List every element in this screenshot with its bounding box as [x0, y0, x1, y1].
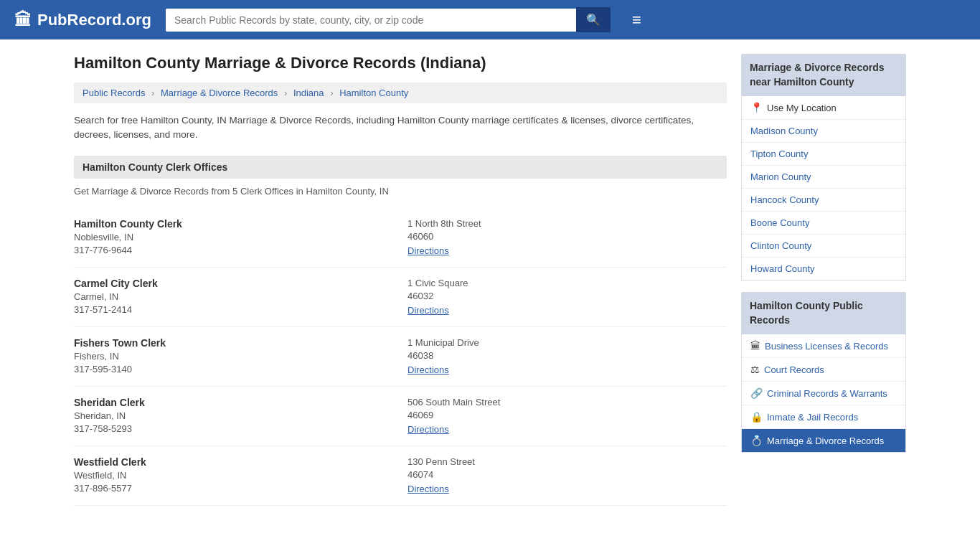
sidebar-county-item[interactable]: Clinton County — [742, 235, 905, 258]
office-address: 1 Civic Square — [407, 278, 727, 288]
office-right: 130 Penn Street 46074 Directions — [393, 456, 727, 495]
sidebar-record-item[interactable]: ⚖Court Records — [742, 358, 905, 382]
sidebar-county-item[interactable]: Madison County — [742, 120, 905, 143]
breadcrumb-sep-2: › — [284, 88, 287, 98]
search-button[interactable]: 🔍 — [576, 7, 611, 32]
menu-icon: ≡ — [632, 11, 641, 29]
office-phone: 317-571-2414 — [74, 304, 393, 315]
directions-link[interactable]: Directions — [407, 364, 449, 375]
sidebar-records-list: 🏛Business Licenses & Records⚖Court Recor… — [741, 334, 906, 453]
county-link[interactable]: Boone County — [750, 217, 809, 228]
breadcrumb-item-hamilton[interactable]: Hamilton County — [339, 88, 408, 98]
office-phone: 317-758-5293 — [74, 423, 393, 434]
sidebar-use-location[interactable]: 📍 Use My Location — [742, 96, 905, 120]
sidebar-nearby-box: Marriage & Divorce Records near Hamilton… — [741, 54, 906, 281]
sidebar-county-item[interactable]: Tipton County — [742, 143, 905, 166]
site-header: 🏛 PubRecord.org 🔍 ≡ — [0, 0, 980, 39]
office-left: Hamilton County Clerk Noblesville, IN 31… — [74, 218, 393, 257]
directions-link[interactable]: Directions — [407, 245, 449, 256]
sidebar-county-item[interactable]: Howard County — [742, 258, 905, 280]
office-city: Fishers, IN — [74, 351, 393, 362]
nearby-counties: Madison CountyTipton CountyMarion County… — [742, 120, 905, 280]
section-header: Hamilton County Clerk Offices — [74, 156, 727, 179]
office-entry: Carmel City Clerk Carmel, IN 317-571-241… — [74, 268, 727, 327]
office-entry: Westfield Clerk Westfield, IN 317-896-55… — [74, 446, 727, 506]
office-right: 1 Municipal Drive 46038 Directions — [393, 337, 727, 376]
sidebar: Marriage & Divorce Records near Hamilton… — [741, 54, 906, 506]
office-city: Sheridan, IN — [74, 410, 393, 421]
section-subtext: Get Marriage & Divorce Records from 5 Cl… — [74, 186, 727, 197]
office-entry: Hamilton County Clerk Noblesville, IN 31… — [74, 208, 727, 268]
county-link[interactable]: Marion County — [750, 171, 811, 182]
sidebar-record-item[interactable]: 🏛Business Licenses & Records — [742, 334, 905, 358]
location-icon: 📍 — [750, 102, 763, 113]
main-container: Hamilton County Marriage & Divorce Recor… — [60, 39, 920, 520]
office-phone: 317-776-9644 — [74, 245, 393, 255]
logo-text: PubRecord.org — [37, 11, 151, 29]
breadcrumb-item-public-records[interactable]: Public Records — [83, 88, 145, 98]
office-name: Sheridan Clerk — [74, 397, 393, 408]
county-link[interactable]: Tipton County — [750, 149, 808, 159]
office-left: Carmel City Clerk Carmel, IN 317-571-241… — [74, 278, 393, 316]
sidebar-record-item[interactable]: 🔗Criminal Records & Warrants — [742, 382, 905, 405]
county-link[interactable]: Madison County — [750, 126, 818, 136]
breadcrumb-item-indiana[interactable]: Indiana — [293, 88, 324, 98]
logo-icon: 🏛 — [14, 10, 32, 30]
office-address: 130 Penn Street — [407, 456, 727, 467]
directions-link[interactable]: Directions — [407, 305, 449, 316]
search-input[interactable] — [166, 9, 576, 32]
search-area: 🔍 — [166, 7, 611, 32]
office-left: Fishers Town Clerk Fishers, IN 317-595-3… — [74, 337, 393, 376]
sidebar-record-item[interactable]: 🔒Inmate & Jail Records — [742, 405, 905, 429]
office-city: Noblesville, IN — [74, 232, 393, 242]
page-description: Search for free Hamilton County, IN Marr… — [74, 113, 727, 143]
sidebar-records-box: Hamilton County Public Records 🏛Business… — [741, 292, 906, 453]
record-icon: 🔗 — [750, 387, 763, 399]
main-content: Hamilton County Marriage & Divorce Recor… — [74, 54, 727, 506]
office-phone: 317-896-5577 — [74, 483, 393, 494]
record-link[interactable]: Court Records — [764, 364, 824, 375]
office-name: Westfield Clerk — [74, 456, 393, 468]
site-logo[interactable]: 🏛 PubRecord.org — [14, 10, 151, 30]
office-name: Carmel City Clerk — [74, 278, 393, 289]
office-zip: 46069 — [407, 410, 727, 420]
office-name: Fishers Town Clerk — [74, 337, 393, 349]
record-icon: 💍 — [750, 435, 763, 446]
county-link[interactable]: Hancock County — [750, 194, 819, 205]
office-city: Carmel, IN — [74, 291, 393, 302]
sidebar-records-header: Hamilton County Public Records — [741, 292, 906, 334]
county-link[interactable]: Clinton County — [750, 240, 811, 251]
office-left: Sheridan Clerk Sheridan, IN 317-758-5293 — [74, 397, 393, 435]
office-city: Westfield, IN — [74, 470, 393, 481]
sidebar-record-item[interactable]: 💍Marriage & Divorce Records — [742, 429, 905, 452]
search-icon: 🔍 — [586, 14, 600, 26]
record-link[interactable]: Criminal Records & Warrants — [767, 388, 887, 399]
sidebar-county-item[interactable]: Boone County — [742, 212, 905, 235]
office-right: 1 Civic Square 46032 Directions — [393, 278, 727, 316]
directions-link[interactable]: Directions — [407, 424, 449, 435]
menu-button[interactable]: ≡ — [632, 11, 641, 29]
office-entry: Sheridan Clerk Sheridan, IN 317-758-5293… — [74, 387, 727, 446]
breadcrumb-sep-3: › — [330, 88, 333, 98]
office-name: Hamilton County Clerk — [74, 218, 393, 230]
record-link[interactable]: Business Licenses & Records — [765, 341, 888, 352]
sidebar-county-item[interactable]: Hancock County — [742, 189, 905, 212]
directions-link[interactable]: Directions — [407, 484, 449, 494]
breadcrumb: Public Records › Marriage & Divorce Reco… — [74, 83, 727, 103]
record-link[interactable]: Inmate & Jail Records — [767, 412, 858, 423]
office-zip: 46038 — [407, 350, 727, 361]
office-phone: 317-595-3140 — [74, 364, 393, 375]
breadcrumb-item-marriage[interactable]: Marriage & Divorce Records — [161, 88, 278, 98]
office-zip: 46074 — [407, 469, 727, 480]
office-address: 1 Municipal Drive — [407, 337, 727, 348]
sidebar-county-item[interactable]: Marion County — [742, 166, 905, 189]
breadcrumb-sep-1: › — [151, 88, 154, 98]
county-link[interactable]: Howard County — [750, 263, 815, 274]
use-location-label: Use My Location — [767, 103, 837, 113]
office-address: 1 North 8th Street — [407, 218, 727, 229]
record-icon: 🔒 — [750, 411, 763, 423]
page-title: Hamilton County Marriage & Divorce Recor… — [74, 54, 727, 72]
record-icon: 🏛 — [750, 340, 760, 352]
office-list: Hamilton County Clerk Noblesville, IN 31… — [74, 208, 727, 506]
sidebar-nearby-list: 📍 Use My Location Madison CountyTipton C… — [741, 96, 906, 281]
